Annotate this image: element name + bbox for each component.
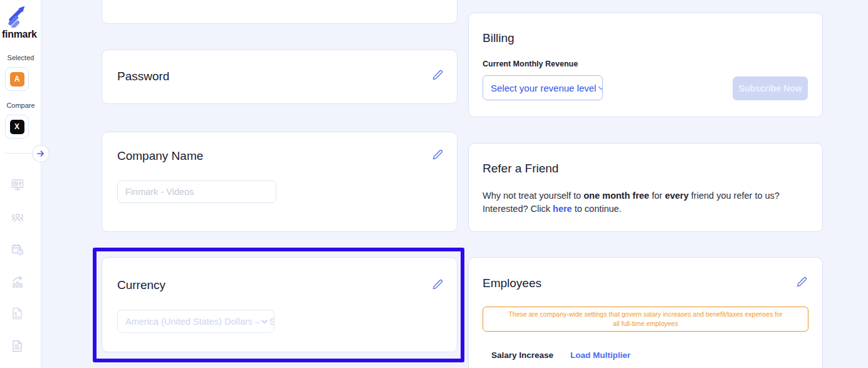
selected-label: Selected <box>0 54 41 61</box>
invoice-dollar-icon: $ <box>11 307 24 320</box>
growth-chart-icon <box>11 275 24 289</box>
employees-card-title: Employees <box>483 276 541 290</box>
tab-load-multiplier[interactable]: Load Multiplier <box>570 350 630 360</box>
revenue-level-select[interactable]: Select your revenue level <box>483 75 603 100</box>
employees-notice-text: These are company-wide settings that gov… <box>508 310 783 329</box>
revenue-label: Current Monthly Revenue <box>483 60 578 68</box>
employees-notice: These are company-wide settings that gov… <box>483 307 808 332</box>
edit-pencil-icon <box>432 70 443 80</box>
scenario-x-badge: X <box>10 120 24 134</box>
team-icon <box>11 211 24 224</box>
chevron-down-icon <box>596 83 603 93</box>
compare-label: Compare <box>0 102 41 109</box>
nav-team[interactable] <box>10 211 25 226</box>
employees-card: Employees These are company-wide setting… <box>468 257 823 368</box>
finmark-logo-icon <box>6 4 29 28</box>
refer-text-part: friend you refer to us? <box>689 191 780 201</box>
employees-edit-button[interactable] <box>797 276 807 287</box>
refer-text-bold: every <box>665 191 689 201</box>
compare-scenario-tile[interactable]: X <box>5 115 29 139</box>
password-card: Password <box>102 50 458 104</box>
finmark-logo[interactable]: finmark <box>0 4 41 40</box>
currency-edit-button[interactable] <box>432 279 443 290</box>
billing-card: Billing Current Monthly Revenue Select y… <box>468 13 823 117</box>
subscribe-now-button[interactable]: Subscribe Now <box>733 76 808 100</box>
selected-scenario-tile[interactable]: A <box>5 67 29 91</box>
currency-card-title: Currency <box>117 278 165 292</box>
refer-text-part: to continue. <box>572 204 622 214</box>
refer-text-bold: one month free <box>583 191 649 201</box>
edit-pencil-icon <box>432 279 443 290</box>
company-name-input[interactable] <box>117 181 276 203</box>
tab-salary-increase[interactable]: Salary Increase <box>491 350 553 360</box>
password-edit-button[interactable] <box>432 70 443 80</box>
refer-friend-card: Refer a Friend Why not treat yourself to… <box>468 143 823 232</box>
edit-pencil-icon <box>432 149 443 160</box>
settings-screen: finmark Selected A Compare X <box>0 0 868 368</box>
billing-card-title: Billing <box>483 31 515 45</box>
refer-friend-card-title: Refer a Friend <box>483 162 558 176</box>
sidebar-divider <box>5 153 33 154</box>
cutoff-top-card <box>102 0 458 24</box>
report-document-icon <box>11 339 24 353</box>
nav-payroll[interactable]: $ <box>10 243 25 258</box>
revenue-select-placeholder: Select your revenue level <box>491 83 596 93</box>
edit-pencil-icon <box>797 276 807 287</box>
refer-here-link[interactable]: here <box>553 204 572 214</box>
nav-invoices[interactable]: $ <box>10 307 25 322</box>
employees-tabs: Salary Increase Load Multiplier <box>491 350 630 360</box>
refer-text-part: for <box>649 191 665 201</box>
currency-select[interactable]: America (United States) Dollars – US$ <box>117 310 275 333</box>
payroll-calendar-icon: $ <box>11 243 24 256</box>
svg-text:$: $ <box>14 312 17 316</box>
chevron-down-icon <box>259 317 269 327</box>
finmark-logo-text: finmark <box>2 29 41 40</box>
refer-text-part: Interested? Click <box>483 204 553 214</box>
nav-documents[interactable] <box>10 339 25 354</box>
company-name-edit-button[interactable] <box>432 149 443 160</box>
currency-card: Currency America (United States) Dollars… <box>102 257 458 352</box>
sidebar-expand-button[interactable] <box>32 145 50 162</box>
dashboard-monitor-icon <box>11 178 24 192</box>
currency-select-value: America (United States) Dollars – US$ <box>125 317 275 327</box>
password-card-title: Password <box>117 70 169 83</box>
nav-reports[interactable] <box>10 275 25 290</box>
nav-dashboard[interactable] <box>10 178 25 193</box>
sidebar: finmark Selected A Compare X <box>0 0 41 368</box>
svg-text:$: $ <box>19 250 22 254</box>
scenario-a-badge: A <box>10 72 24 87</box>
arrow-right-icon <box>36 149 45 158</box>
company-name-card: Company Name <box>102 132 458 232</box>
company-name-card-title: Company Name <box>117 149 203 163</box>
refer-friend-text: Why not treat yourself to one month free… <box>483 189 808 215</box>
refer-text-part: Why not treat yourself to <box>483 191 583 201</box>
